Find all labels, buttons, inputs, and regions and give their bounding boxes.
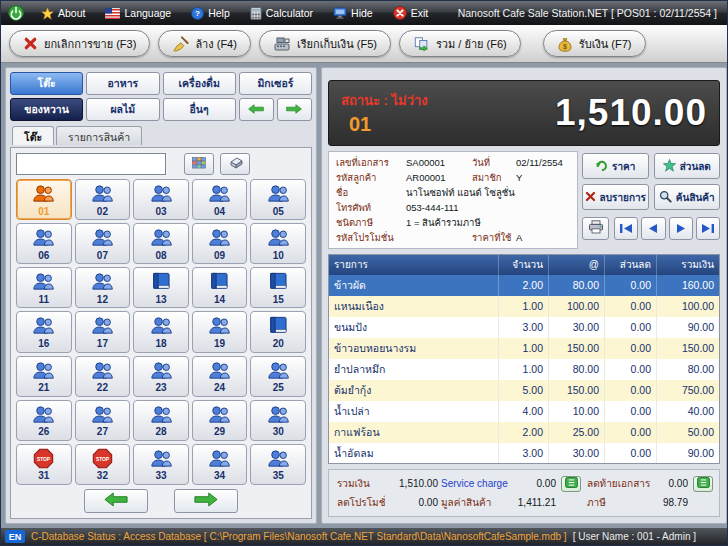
people-icon <box>207 315 232 337</box>
cash-register-icon <box>273 36 291 52</box>
category-button-7[interactable]: อื่นๆ <box>163 98 236 121</box>
item-total: 50.00 <box>657 422 719 443</box>
collect-money-button[interactable]: เรียกเก็บเงิน (F5) <box>259 30 391 57</box>
table-button-25[interactable]: 25 <box>250 356 306 397</box>
first-record-button[interactable] <box>614 217 638 240</box>
table-button-10[interactable]: 10 <box>250 223 306 264</box>
table-button-26[interactable]: 26 <box>16 400 72 441</box>
item-row[interactable]: ยำปลาหมึก1.0080.000.0080.00 <box>329 359 719 380</box>
item-row[interactable]: แหนมเนือง1.00100.000.00100.00 <box>329 296 719 317</box>
menu-about[interactable]: About <box>32 5 94 22</box>
price-button[interactable]: ราคา <box>582 153 649 179</box>
menu-language[interactable]: Language <box>96 5 180 21</box>
menu-help[interactable]: ? Help <box>182 5 239 22</box>
receive-money-button[interactable]: $ รับเงิน (F7) <box>543 30 646 57</box>
cancel-sale-button[interactable]: ยกเลิกการขาย (F3) <box>9 30 150 57</box>
table-button-11[interactable]: 11 <box>16 267 72 308</box>
table-button-35[interactable]: 35 <box>250 444 306 485</box>
main-area: โต๊ะอาหารเครื่องดื่มมิกเซอร์ของหวานผลไม้… <box>1 63 727 528</box>
table-button-12[interactable]: 12 <box>75 267 131 308</box>
table-button-07[interactable]: 07 <box>75 223 131 264</box>
tables-next-button[interactable] <box>174 489 238 513</box>
table-button-14[interactable]: 14 <box>192 267 248 308</box>
price-level-value: A <box>516 231 570 244</box>
table-button-01[interactable]: 01 <box>16 179 72 220</box>
table-button-20[interactable]: 20 <box>250 311 306 352</box>
search-input[interactable] <box>16 153 166 175</box>
discount-button[interactable]: ส่วนลด <box>654 153 721 179</box>
menu-calculator[interactable]: Calculator <box>241 5 322 22</box>
category-next-button[interactable] <box>277 98 312 121</box>
item-price: 80.00 <box>549 275 605 296</box>
item-name: ขนมปัง <box>329 317 499 338</box>
item-row[interactable]: กาแฟร้อน2.0025.000.0050.00 <box>329 422 719 443</box>
table-button-13[interactable]: 13 <box>133 267 189 308</box>
table-button-33[interactable]: 33 <box>133 444 189 485</box>
find-item-button[interactable]: ค้นสินค้า <box>654 184 721 210</box>
tables-prev-button[interactable] <box>84 489 148 513</box>
next-record-button[interactable] <box>669 217 693 240</box>
category-prev-button[interactable] <box>239 98 274 121</box>
prev-record-button[interactable] <box>641 217 665 240</box>
category-button-6[interactable]: ผลไม้ <box>86 98 159 121</box>
table-button-05[interactable]: 05 <box>250 179 306 220</box>
table-button-06[interactable]: 06 <box>16 223 72 264</box>
table-button-24[interactable]: 24 <box>192 356 248 397</box>
table-button-04[interactable]: 04 <box>192 179 248 220</box>
table-button-23[interactable]: 23 <box>133 356 189 397</box>
grid-view-button[interactable] <box>184 153 214 175</box>
menu-hide[interactable]: Hide <box>324 5 382 22</box>
receive-money-label: รับเงิน (F7) <box>579 35 632 53</box>
table-button-32[interactable]: STOP32 <box>75 444 131 485</box>
tab-tables[interactable]: โต๊ะ <box>12 126 54 145</box>
table-button-09[interactable]: 09 <box>192 223 248 264</box>
category-button-1[interactable]: โต๊ะ <box>10 72 83 95</box>
category-button-4[interactable]: มิกเซอร์ <box>239 72 312 95</box>
table-button-16[interactable]: 16 <box>16 311 72 352</box>
language-badge[interactable]: EN <box>5 530 25 543</box>
item-row[interactable]: น้ำอัดลม3.0030.000.0090.00 <box>329 443 719 464</box>
category-button-3[interactable]: เครื่องดื่ม <box>163 72 236 95</box>
item-row[interactable]: ข้าวผัด2.0080.000.00160.00 <box>329 275 719 296</box>
delete-item-button[interactable]: ลบรายการ <box>582 184 649 210</box>
table-number: 27 <box>97 426 108 437</box>
table-button-29[interactable]: 29 <box>192 400 248 441</box>
table-button-30[interactable]: 30 <box>250 400 306 441</box>
table-button-21[interactable]: 21 <box>16 356 72 397</box>
app-icon[interactable] <box>7 5 24 22</box>
member-label: สมาชิก <box>472 171 516 184</box>
item-row[interactable]: ขนมปัง3.0030.000.0090.00 <box>329 317 719 338</box>
item-total: 150.00 <box>657 338 719 359</box>
item-discount: 0.00 <box>605 401 657 422</box>
menu-exit[interactable]: Exit <box>384 4 438 22</box>
exit-icon <box>393 6 407 20</box>
table-button-34[interactable]: 34 <box>192 444 248 485</box>
table-button-02[interactable]: 02 <box>75 179 131 220</box>
eraser-button[interactable] <box>220 153 250 175</box>
last-record-button[interactable] <box>696 217 720 240</box>
printer-icon <box>588 220 604 238</box>
status-box: สถานะ : ไม่ว่าง 01 1,510.00 <box>328 80 720 146</box>
table-button-17[interactable]: 17 <box>75 311 131 352</box>
item-row[interactable]: ข้าวอบหอยนางรม1.00150.000.00150.00 <box>329 338 719 359</box>
table-button-28[interactable]: 28 <box>133 400 189 441</box>
item-row[interactable]: ต้มยำกุ้ง5.00150.000.00750.00 <box>329 380 719 401</box>
item-row[interactable]: น้ำเปล่า4.0010.000.0040.00 <box>329 401 719 422</box>
service-charge-button[interactable] <box>561 476 581 492</box>
end-discount-button[interactable] <box>693 476 713 492</box>
category-button-5[interactable]: ของหวาน <box>10 98 83 121</box>
table-button-18[interactable]: 18 <box>133 311 189 352</box>
table-button-15[interactable]: 15 <box>250 267 306 308</box>
customer-code-label: รหัสลูกค้า <box>336 171 406 184</box>
clear-button[interactable]: ล้าง (F4) <box>158 30 251 57</box>
table-button-27[interactable]: 27 <box>75 400 131 441</box>
table-button-19[interactable]: 19 <box>192 311 248 352</box>
category-button-2[interactable]: อาหาร <box>86 72 159 95</box>
table-button-03[interactable]: 03 <box>133 179 189 220</box>
table-button-22[interactable]: 22 <box>75 356 131 397</box>
table-button-31[interactable]: STOP31 <box>16 444 72 485</box>
merge-move-button[interactable]: รวม / ย้าย (F6) <box>399 30 521 57</box>
print-button[interactable] <box>582 217 609 240</box>
tab-products[interactable]: รายการสินค้า <box>56 126 142 145</box>
table-button-08[interactable]: 08 <box>133 223 189 264</box>
